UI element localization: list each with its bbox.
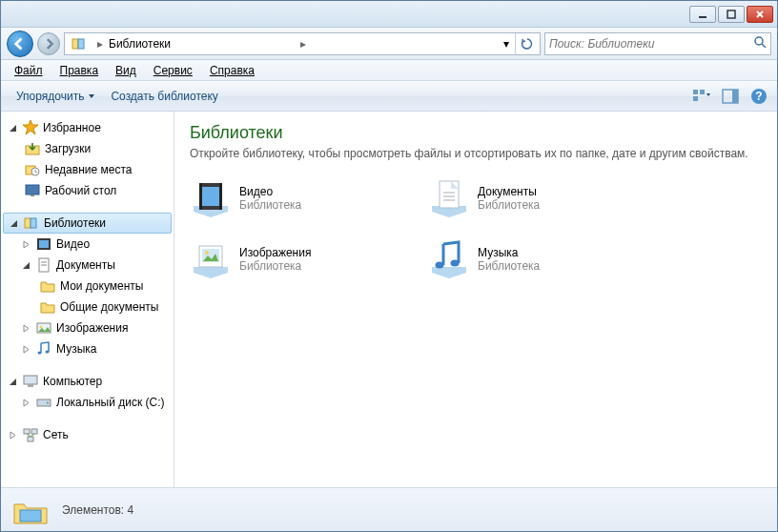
disk-icon [35,394,52,411]
network-icon [22,426,39,443]
sidebar-item-music[interactable]: Музыка [1,338,174,359]
svg-rect-35 [28,437,33,441]
refresh-button[interactable] [515,33,538,54]
recent-icon [24,161,41,178]
svg-rect-34 [31,429,37,434]
sidebar-item-libraries[interactable]: Библиотеки [3,213,172,234]
sidebar-item-documents[interactable]: Документы [1,255,174,276]
svg-rect-42 [440,181,459,208]
expand-icon[interactable] [20,238,31,250]
svg-rect-1 [727,10,735,18]
menu-bar: Файл Правка Вид Сервис Справка [1,60,777,81]
sidebar-item-pictures[interactable]: Изображения [1,317,174,338]
sidebar-item-computer[interactable]: Компьютер [1,371,174,392]
library-grid: ВидеоБиблиотека ДокументыБиблиотека Изоб… [190,177,762,299]
svg-rect-17 [31,194,34,196]
forward-button[interactable] [37,32,60,55]
page-description: Откройте библиотеку, чтобы просмотреть ф… [190,147,762,160]
svg-text:?: ? [755,90,762,103]
search-bar[interactable] [544,32,771,55]
svg-point-48 [205,251,209,255]
expand-icon[interactable] [20,343,31,355]
address-bar[interactable]: ▸ Библиотеки ▸ ▾ [64,32,541,55]
minimize-button[interactable] [689,6,716,23]
music-icon [35,340,52,358]
collapse-icon[interactable] [20,259,31,271]
sidebar-item-favorites[interactable]: Избранное [1,117,174,138]
help-button[interactable]: ? [748,86,769,107]
sidebar-item-downloads[interactable]: Загрузки [1,138,174,159]
svg-rect-40 [199,183,202,210]
sidebar-item-network[interactable]: Сеть [1,424,174,445]
collapse-icon[interactable] [7,376,18,387]
breadcrumb-separator-icon: ▸ [92,37,109,51]
menu-file[interactable]: Файл [7,62,51,79]
sidebar-item-videos[interactable]: Видео [1,234,174,255]
svg-point-27 [38,352,42,355]
svg-point-28 [46,351,50,354]
folder-icon [39,298,56,316]
titlebar [1,1,777,28]
sidebar-item-my-documents[interactable]: Мои документы [1,276,174,297]
svg-rect-6 [693,90,698,94]
organize-button[interactable]: Упорядочить [9,86,103,107]
libraries-large-icon [10,493,51,527]
video-library-icon [190,177,232,219]
svg-rect-30 [28,384,33,387]
svg-rect-0 [699,16,706,18]
library-icon [71,35,88,52]
sidebar-item-local-disk[interactable]: Локальный диск (C:) [1,392,174,413]
navigation-pane: Избранное Загрузки Недавние места Рабочи… [1,112,174,487]
breadcrumb-item[interactable]: Библиотеки [109,37,295,51]
sidebar-item-public-documents[interactable]: Общие документы [1,297,174,317]
search-input[interactable] [549,37,753,51]
expand-icon[interactable] [7,429,18,440]
svg-line-5 [762,44,766,48]
svg-point-50 [451,260,460,267]
preview-pane-button[interactable] [720,86,741,107]
svg-point-26 [40,326,43,329]
sidebar-item-recent[interactable]: Недавние места [1,159,174,180]
svg-rect-10 [732,90,738,103]
new-library-button[interactable]: Создать библиотеку [103,86,225,107]
svg-rect-33 [24,429,30,434]
svg-point-4 [755,37,763,45]
page-title: Библиотеки [190,123,762,143]
library-item-music[interactable]: МузыкаБиблиотека [428,238,666,280]
expand-icon[interactable] [20,397,31,408]
command-bar: Упорядочить Создать библиотеку ? [1,81,777,112]
window-controls [689,6,773,23]
library-item-documents[interactable]: ДокументыБиблиотека [428,177,666,219]
search-icon[interactable] [753,35,767,51]
collapse-icon[interactable] [8,217,19,229]
view-options-button[interactable] [691,86,712,107]
breadcrumb-separator-icon: ▸ [295,37,312,51]
svg-rect-2 [72,39,78,49]
svg-rect-8 [693,96,698,101]
pictures-icon [35,319,52,337]
computer-icon [22,373,39,390]
documents-library-icon [428,177,470,219]
svg-rect-41 [219,183,222,210]
svg-rect-16 [26,185,39,194]
address-dropdown-icon[interactable]: ▾ [498,37,515,51]
music-library-icon [428,238,470,280]
collapse-icon[interactable] [7,122,18,133]
maximize-button[interactable] [718,6,745,23]
folder-icon [39,277,56,295]
svg-rect-18 [25,218,31,228]
menu-view[interactable]: Вид [108,62,144,79]
desktop-icon [24,182,41,199]
library-item-videos[interactable]: ВидеоБиблиотека [190,177,428,219]
menu-help[interactable]: Справка [202,62,262,79]
menu-tools[interactable]: Сервис [146,62,200,79]
sidebar-item-desktop[interactable]: Рабочий стол [1,180,174,201]
libraries-icon [23,215,40,232]
library-item-pictures[interactable]: ИзображенияБиблиотека [190,238,428,280]
pictures-library-icon [190,238,232,280]
back-button[interactable] [7,31,33,57]
menu-edit[interactable]: Правка [52,62,107,79]
close-button[interactable] [747,6,773,23]
expand-icon[interactable] [20,322,31,334]
svg-point-32 [47,402,49,404]
